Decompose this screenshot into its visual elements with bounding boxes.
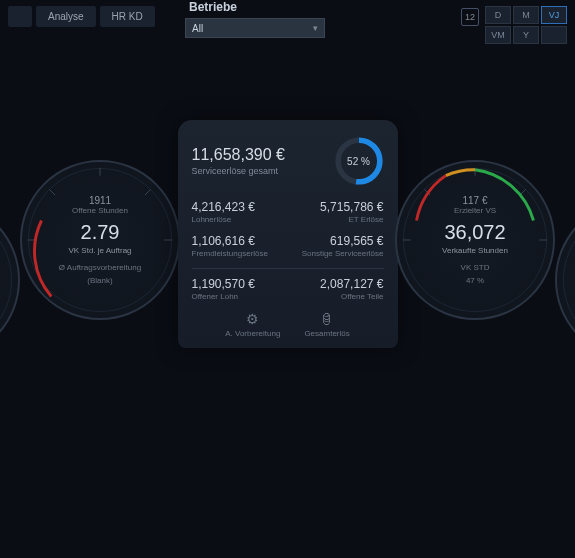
- tab-blank[interactable]: [8, 6, 32, 27]
- row2-l-val: 1,190,570 €: [192, 277, 255, 291]
- filter-value: All: [192, 23, 203, 34]
- period-m[interactable]: M: [513, 6, 539, 24]
- total-value: 11,658,390 €: [192, 146, 285, 164]
- period-y[interactable]: Y: [513, 26, 539, 44]
- bottom-tabs: ⚙ A. Vorbereitung 🛢 Gesamterlös: [192, 311, 384, 338]
- tab-hrkd[interactable]: HR KD: [100, 6, 155, 27]
- period-grid: D M VJ VM Y: [485, 6, 567, 44]
- row0-r-val: 5,715,786 €: [320, 200, 383, 214]
- calendar-icon[interactable]: 12: [461, 8, 479, 26]
- row2-r-lbl: Offene Teile: [320, 292, 383, 301]
- row1-l-val: 1,106,616 €: [192, 234, 268, 248]
- chevron-down-icon: ▾: [313, 23, 318, 33]
- bottom-tab-gesamterloes[interactable]: 🛢 Gesamterlös: [304, 311, 349, 338]
- svg-line-2: [145, 189, 151, 195]
- svg-line-1: [49, 189, 55, 195]
- period-vm[interactable]: VM: [485, 26, 511, 44]
- gauge-left: 1911 Offene Stunden 2.79 VK Std. je Auft…: [20, 160, 180, 320]
- period-vj[interactable]: VJ: [541, 6, 567, 24]
- bt1-label: Gesamterlös: [304, 329, 349, 338]
- filter-select[interactable]: All ▾: [185, 18, 325, 38]
- oil-icon: 🛢: [304, 311, 349, 327]
- gauge-right: 117 € Erzielter VS 36,072 Verkaufte Stun…: [395, 160, 555, 320]
- tab-group: Analyse HR KD: [8, 6, 155, 27]
- row0-l-lbl: Lohnerlöse: [192, 215, 255, 224]
- tab-analyse[interactable]: Analyse: [36, 6, 96, 27]
- row0-r-lbl: ET Erlöse: [320, 215, 383, 224]
- gauge-far-right: [555, 200, 575, 360]
- right-controls: 12 D M VJ VM Y: [461, 6, 567, 44]
- donut-pct: 52 %: [334, 136, 384, 186]
- total-label: Serviceerlöse gesamt: [192, 166, 285, 176]
- center-panel: 11,658,390 € Serviceerlöse gesamt 52 % 4…: [178, 120, 398, 348]
- row1-l-lbl: Fremdleistungserlöse: [192, 249, 268, 258]
- period-d[interactable]: D: [485, 6, 511, 24]
- row1-r-lbl: Sonstige Serviceerlöse: [302, 249, 384, 258]
- row0-l-val: 4,216,423 €: [192, 200, 255, 214]
- betriebe-filter: Betriebe All ▾: [185, 0, 325, 38]
- bottom-tab-vorbereitung[interactable]: ⚙ A. Vorbereitung: [225, 311, 280, 338]
- topbar: Analyse HR KD Betriebe All ▾ 12 D M VJ V…: [0, 0, 575, 40]
- period-blank[interactable]: [541, 26, 567, 44]
- engine-icon: ⚙: [225, 311, 280, 327]
- filter-label: Betriebe: [185, 0, 325, 14]
- row2-r-val: 2,087,127 €: [320, 277, 383, 291]
- gauge-far-left: [0, 200, 20, 360]
- row1-r-val: 619,565 €: [302, 234, 384, 248]
- row2-l-lbl: Offener Lohn: [192, 292, 255, 301]
- dashboard: AT 1911 Offene Stunden 2.79 VK Std. je A…: [0, 120, 575, 500]
- bt0-label: A. Vorbereitung: [225, 329, 280, 338]
- donut-chart: 52 %: [334, 136, 384, 186]
